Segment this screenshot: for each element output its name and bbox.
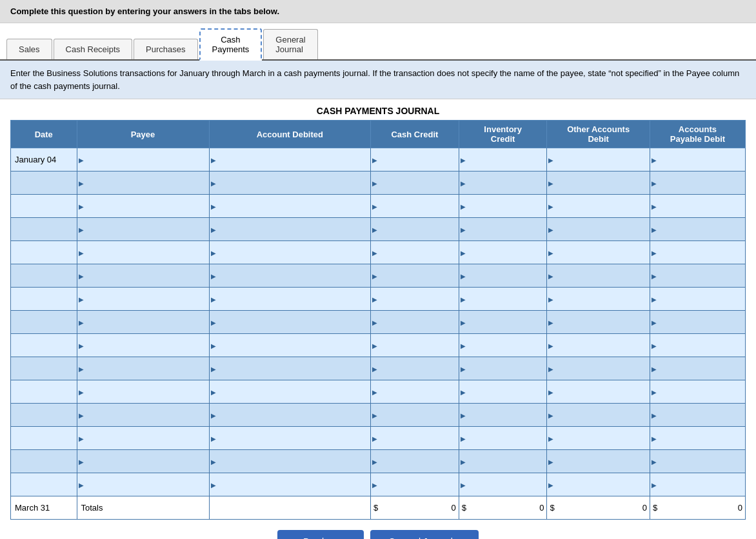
- payee-input[interactable]: [89, 155, 215, 164]
- payee-cell[interactable]: [77, 195, 209, 218]
- payee-input[interactable]: [89, 271, 215, 280]
- cash-credit-cell[interactable]: [371, 334, 459, 357]
- inventory-credit-cell[interactable]: [459, 172, 547, 195]
- inventory-credit-cell[interactable]: [459, 404, 547, 427]
- payee-cell[interactable]: [77, 218, 209, 241]
- inventory-credit-cell[interactable]: [459, 241, 547, 264]
- accounts-payable-debit-input[interactable]: [662, 410, 751, 420]
- cash-credit-cell[interactable]: [371, 427, 459, 450]
- accounts-payable-debit-input[interactable]: [662, 456, 751, 466]
- other-accounts-debit-cell[interactable]: [547, 241, 650, 264]
- accounts-payable-debit-cell[interactable]: [650, 450, 745, 473]
- tab-cash-receipts[interactable]: Cash Receipts: [54, 39, 133, 59]
- payee-cell[interactable]: [77, 334, 209, 357]
- inventory-credit-input[interactable]: [471, 155, 553, 164]
- other-accounts-debit-cell[interactable]: [547, 195, 650, 218]
- cash-credit-cell[interactable]: [371, 218, 459, 241]
- inventory-credit-input[interactable]: [471, 433, 553, 443]
- cash-credit-input[interactable]: [383, 178, 465, 188]
- account-debited-cell[interactable]: [209, 288, 371, 311]
- payee-input[interactable]: [89, 201, 215, 211]
- next-button[interactable]: General Journal >: [370, 530, 479, 539]
- payee-input[interactable]: [89, 340, 215, 350]
- cash-credit-input[interactable]: [383, 387, 465, 397]
- payee-cell[interactable]: [77, 450, 209, 473]
- inventory-credit-cell[interactable]: [459, 311, 547, 334]
- other-accounts-debit-input[interactable]: [559, 456, 655, 466]
- payee-input[interactable]: [89, 224, 215, 234]
- account-debited-cell[interactable]: [209, 357, 371, 380]
- cash-credit-cell[interactable]: [371, 195, 459, 218]
- accounts-payable-debit-cell[interactable]: [650, 404, 745, 427]
- cash-credit-input[interactable]: [383, 410, 465, 420]
- other-accounts-debit-cell[interactable]: [547, 357, 650, 380]
- cash-credit-input[interactable]: [383, 224, 465, 234]
- account-debited-cell[interactable]: [209, 311, 371, 334]
- payee-input[interactable]: [89, 317, 215, 327]
- cash-credit-input[interactable]: [383, 294, 465, 304]
- other-accounts-debit-cell[interactable]: [547, 311, 650, 334]
- account-debited-input[interactable]: [221, 248, 377, 257]
- account-debited-input[interactable]: [221, 387, 377, 397]
- accounts-payable-debit-cell[interactable]: [650, 148, 745, 172]
- other-accounts-debit-input[interactable]: [559, 317, 655, 327]
- inventory-credit-cell[interactable]: [459, 473, 547, 496]
- inventory-credit-cell[interactable]: [459, 218, 547, 241]
- other-accounts-debit-cell[interactable]: [547, 380, 650, 404]
- inventory-credit-cell[interactable]: [459, 380, 547, 404]
- other-accounts-debit-cell[interactable]: [547, 473, 650, 496]
- accounts-payable-debit-input[interactable]: [662, 271, 751, 280]
- prev-button[interactable]: < Purchases: [277, 530, 364, 539]
- inventory-credit-cell[interactable]: [459, 195, 547, 218]
- account-debited-input[interactable]: [221, 410, 377, 420]
- inventory-credit-input[interactable]: [471, 480, 553, 489]
- inventory-credit-input[interactable]: [471, 364, 553, 373]
- cash-credit-cell[interactable]: [371, 380, 459, 404]
- account-debited-input[interactable]: [221, 433, 377, 443]
- account-debited-cell[interactable]: [209, 148, 371, 172]
- payee-input[interactable]: [89, 248, 215, 257]
- other-accounts-debit-cell[interactable]: [547, 427, 650, 450]
- account-debited-input[interactable]: [221, 224, 377, 234]
- payee-input[interactable]: [89, 410, 215, 420]
- other-accounts-debit-input[interactable]: [559, 340, 655, 350]
- accounts-payable-debit-input[interactable]: [662, 294, 751, 304]
- account-debited-cell[interactable]: [209, 172, 371, 195]
- cash-credit-input[interactable]: [383, 155, 465, 164]
- other-accounts-debit-input[interactable]: [559, 480, 655, 489]
- accounts-payable-debit-input[interactable]: [662, 178, 751, 188]
- account-debited-input[interactable]: [221, 317, 377, 327]
- inventory-credit-cell[interactable]: [459, 334, 547, 357]
- account-debited-cell[interactable]: [209, 195, 371, 218]
- account-debited-cell[interactable]: [209, 427, 371, 450]
- payee-cell[interactable]: [77, 148, 209, 172]
- inventory-credit-cell[interactable]: [459, 450, 547, 473]
- other-accounts-debit-input[interactable]: [559, 178, 655, 188]
- account-debited-cell[interactable]: [209, 241, 371, 264]
- account-debited-input[interactable]: [221, 480, 377, 489]
- accounts-payable-debit-input[interactable]: [662, 480, 751, 489]
- payee-cell[interactable]: [77, 311, 209, 334]
- tab-purchases[interactable]: Purchases: [134, 39, 197, 59]
- cash-credit-input[interactable]: [383, 340, 465, 350]
- accounts-payable-debit-cell[interactable]: [650, 334, 745, 357]
- payee-cell[interactable]: [77, 288, 209, 311]
- cash-credit-input[interactable]: [383, 456, 465, 466]
- cash-credit-input[interactable]: [383, 317, 465, 327]
- cash-credit-input[interactable]: [383, 364, 465, 373]
- inventory-credit-input[interactable]: [471, 456, 553, 466]
- payee-cell[interactable]: [77, 473, 209, 496]
- account-debited-cell[interactable]: [209, 473, 371, 496]
- other-accounts-debit-input[interactable]: [559, 271, 655, 280]
- accounts-payable-debit-cell[interactable]: [650, 241, 745, 264]
- cash-credit-cell[interactable]: [371, 404, 459, 427]
- payee-cell[interactable]: [77, 264, 209, 288]
- inventory-credit-input[interactable]: [471, 317, 553, 327]
- account-debited-cell[interactable]: [209, 264, 371, 288]
- other-accounts-debit-input[interactable]: [559, 294, 655, 304]
- payee-cell[interactable]: [77, 172, 209, 195]
- inventory-credit-input[interactable]: [471, 340, 553, 350]
- payee-input[interactable]: [89, 294, 215, 304]
- other-accounts-debit-input[interactable]: [559, 201, 655, 211]
- account-debited-cell[interactable]: [209, 218, 371, 241]
